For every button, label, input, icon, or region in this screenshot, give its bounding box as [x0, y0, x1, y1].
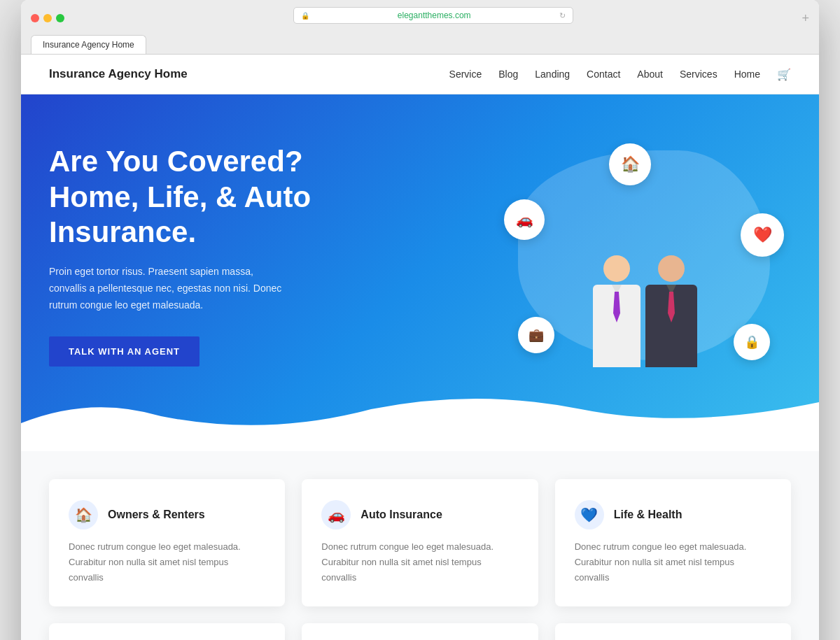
nav-about[interactable]: About	[637, 69, 663, 80]
browser-window: 🔒 elegantthemes.com ↻ + Insurance Agency…	[21, 0, 819, 640]
bag-icon: 💼	[518, 317, 554, 353]
safe-icon: 🔒	[734, 324, 770, 360]
card-header: 💙 Life & Health	[575, 500, 771, 529]
person2-head	[658, 255, 685, 282]
nav-landing[interactable]: Landing	[535, 69, 570, 80]
card-icon-1: 🚗	[321, 500, 351, 529]
agent-figures	[589, 255, 699, 367]
card-icon-0: 🏠	[69, 500, 98, 529]
card-description: Donec rutrum congue leo eget malesuada. …	[575, 539, 771, 585]
active-tab[interactable]: Insurance Agency Home	[31, 35, 146, 54]
url-text: elegantthemes.com	[315, 10, 554, 20]
minimize-button[interactable]	[43, 14, 52, 22]
person-2	[643, 255, 699, 367]
person-1	[589, 255, 645, 367]
cta-button[interactable]: TALK WITH AN AGENT	[49, 336, 200, 367]
hero-text: Are You Covered? Home, Life, & Auto Insu…	[49, 144, 343, 367]
hero-illustration: 🏠 🚗 ❤️ 💼 🔒	[497, 143, 791, 367]
card-title: Auto Insurance	[360, 509, 442, 521]
service-card: ✈️ Travel Insurance Donec rutrum congue …	[49, 623, 285, 640]
lock-icon: 🔒	[301, 12, 309, 20]
browser-chrome: 🔒 elegantthemes.com ↻ + Insurance Agency…	[21, 0, 819, 55]
browser-tabs: Insurance Agency Home	[31, 35, 809, 54]
hero-heading: Are You Covered? Home, Life, & Auto Insu…	[49, 144, 343, 250]
hero-wave	[21, 395, 819, 451]
close-button[interactable]	[31, 14, 39, 22]
new-tab-button[interactable]: +	[802, 11, 809, 26]
car-icon: 🚗	[504, 199, 545, 240]
service-card: ☂️ Umbrella Policies Donec rutrum congue…	[302, 623, 538, 640]
card-icon-2: 💙	[575, 500, 604, 529]
person1-head	[603, 255, 630, 282]
nav-blog[interactable]: Blog	[498, 69, 518, 80]
service-card: 🚗 Auto Insurance Donec rutrum congue leo…	[302, 479, 538, 606]
nav-service[interactable]: Service	[449, 69, 482, 80]
card-description: Donec rutrum congue leo eget malesuada. …	[69, 539, 265, 585]
navbar: Insurance Agency Home Service Blog Landi…	[21, 55, 819, 94]
nav-services[interactable]: Services	[680, 69, 718, 80]
cards-section: 🏠 Owners & Renters Donec rutrum congue l…	[21, 451, 819, 640]
cart-icon[interactable]: 🛒	[777, 68, 791, 81]
website-content: Insurance Agency Home Service Blog Landi…	[21, 55, 819, 640]
hero-section: Are You Covered? Home, Life, & Auto Insu…	[21, 94, 819, 451]
address-bar[interactable]: 🔒 elegantthemes.com ↻	[293, 7, 573, 24]
service-card: 👤 Personal Items Donec rutrum congue leo…	[555, 623, 791, 640]
nav-home[interactable]: Home	[734, 69, 760, 80]
card-title: Owners & Renters	[108, 509, 205, 521]
hero-description: Proin eget tortor risus. Praesent sapien…	[49, 264, 287, 313]
house-icon: 🏠	[609, 143, 651, 185]
service-card: 💙 Life & Health Donec rutrum congue leo …	[555, 479, 791, 606]
nav-links: Service Blog Landing Contact About Servi…	[449, 68, 791, 81]
heart-icon: ❤️	[741, 213, 784, 257]
browser-controls: 🔒 elegantthemes.com ↻ +	[31, 7, 809, 29]
refresh-icon[interactable]: ↻	[559, 11, 566, 20]
nav-contact[interactable]: Contact	[587, 69, 620, 80]
cards-grid-row1: 🏠 Owners & Renters Donec rutrum congue l…	[49, 451, 791, 640]
card-header: 🏠 Owners & Renters	[69, 500, 265, 529]
card-description: Donec rutrum congue leo eget malesuada. …	[321, 539, 518, 585]
site-logo: Insurance Agency Home	[49, 67, 188, 81]
maximize-button[interactable]	[56, 14, 64, 22]
service-card: 🏠 Owners & Renters Donec rutrum congue l…	[49, 479, 285, 606]
card-title: Life & Health	[614, 509, 682, 521]
card-header: 🚗 Auto Insurance	[321, 500, 518, 529]
